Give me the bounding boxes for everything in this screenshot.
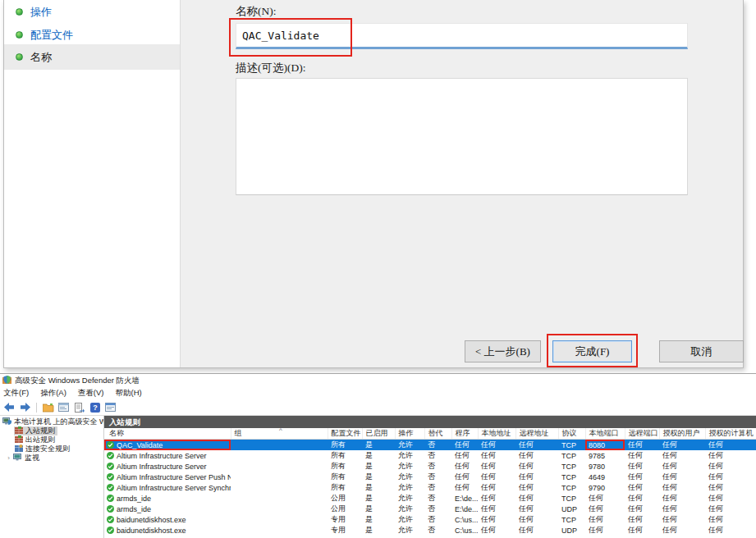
column-header-program[interactable]: 程序 <box>451 428 478 440</box>
cell-protocol: TCP <box>558 461 585 472</box>
connection-security-rules-icon <box>15 445 23 454</box>
cell-override: 否 <box>424 461 451 472</box>
column-header-enabled[interactable]: 已启用 <box>362 428 395 440</box>
wizard-steps-sidebar: 操作 配置文件 名称 <box>4 0 181 367</box>
cell-program: C:\us... <box>451 525 478 536</box>
cell-local_port: 任何 <box>585 525 625 536</box>
cell-program: 任何 <box>451 482 478 493</box>
rule-enabled-check-icon <box>107 484 114 491</box>
cell-authorized_users: 任何 <box>659 482 705 493</box>
wizard-step-profile[interactable]: 配置文件 <box>4 23 180 47</box>
show-console-tree-icon[interactable] <box>41 401 55 413</box>
cell-protocol: TCP <box>558 472 585 482</box>
tree-item-monitoring[interactable]: › 监视 <box>0 454 103 463</box>
rule-description-textarea[interactable] <box>236 78 688 195</box>
column-header-local_address[interactable]: 本地地址 <box>478 428 515 440</box>
tree-item-inbound-rules[interactable]: 入站规则 <box>0 426 103 435</box>
menu-bar: 文件(F) 操作(A) 查看(V) 帮助(H) <box>0 387 756 399</box>
cell-override: 否 <box>424 504 451 514</box>
cancel-button[interactable]: 取消 <box>659 340 744 362</box>
column-header-authorized_users[interactable]: 授权的用户 <box>659 428 705 440</box>
rule-name-input[interactable] <box>236 23 688 49</box>
rule-enabled-check-icon <box>107 527 114 534</box>
inbound-rules-table: 名称组配置文件已启用操作替代程序本地地址远程地址协议本地端口远程端口授权的用户授… <box>104 428 756 536</box>
cell-name: armds_ide <box>104 493 231 504</box>
wizard-step-action[interactable]: 操作 <box>4 0 180 24</box>
menu-file[interactable]: 文件(F) <box>0 388 34 399</box>
forward-icon[interactable] <box>18 401 32 413</box>
window-title: 高级安全 Windows Defender 防火墙 <box>15 376 140 386</box>
column-header-name[interactable]: 名称 <box>104 428 231 440</box>
cell-authorized_users: 任何 <box>659 525 705 536</box>
column-header-local_port[interactable]: 本地端口 <box>585 428 625 440</box>
cell-remote_address: 任何 <box>515 440 558 451</box>
table-row[interactable]: Altium Infrastructure Server Synchroniz.… <box>104 482 756 493</box>
rule-name-label: 名称(N): <box>236 4 277 19</box>
expand-chevron-icon[interactable]: › <box>5 454 12 462</box>
cell-override: 否 <box>424 514 451 525</box>
cell-authorized_users: 任何 <box>659 514 705 525</box>
mmc-main: 本地计算机 上的高级安全 Wind 入站规则 <box>0 416 756 538</box>
properties-window-icon[interactable] <box>103 401 117 413</box>
tree-item-label: 出站规则 <box>25 435 55 445</box>
table-row[interactable]: Altium Infrastructure Server Push Notifi… <box>104 472 756 482</box>
column-header-action[interactable]: 操作 <box>395 428 424 440</box>
cell-action: 允许 <box>395 440 424 451</box>
menu-action[interactable]: 操作(A) <box>34 388 72 399</box>
rule-enabled-check-icon <box>107 473 114 481</box>
computer-shield-icon <box>2 417 11 426</box>
wizard-step-name-current[interactable]: 名称 <box>4 44 180 70</box>
cell-local_port: 任何 <box>585 493 625 504</box>
cell-program: 任何 <box>451 450 478 461</box>
table-row[interactable]: QAC_Validate所有是允许否任何任何任何TCP8080任何任何任何 <box>104 440 756 451</box>
table-row[interactable]: Altium Infrastructure Server所有是允许否任何任何任何… <box>104 450 756 461</box>
cell-program: 任何 <box>451 461 478 472</box>
inbound-rules-icon <box>15 426 23 435</box>
tree-root-local-computer[interactable]: 本地计算机 上的高级安全 Wind <box>0 417 103 426</box>
finish-button[interactable]: 完成(F) <box>552 340 632 362</box>
table-row[interactable]: baidunetdiskhost.exe专用是允许否C:\us...任何任何TC… <box>104 514 756 525</box>
table-row[interactable]: armds_ide公用是允许否E:\de...任何任何UDP任何任何任何任何 <box>104 504 756 514</box>
cell-local_address: 任何 <box>478 493 515 504</box>
cell-local_address: 任何 <box>478 461 515 472</box>
cell-local_port: 任何 <box>585 504 625 514</box>
cell-remote_port: 任何 <box>625 514 659 525</box>
cell-remote_address: 任何 <box>515 461 558 472</box>
cell-name: Altium Infrastructure Server Synchroniz.… <box>104 482 231 493</box>
column-header-protocol[interactable]: 协议 <box>558 428 585 440</box>
help-icon[interactable]: ? <box>88 401 102 413</box>
cell-authorized_users: 任何 <box>659 472 705 482</box>
table-row[interactable]: armds_ide公用是允许否E:\de...任何任何TCP任何任何任何任何 <box>104 493 756 504</box>
column-header-remote_address[interactable]: 远程地址 <box>515 428 558 440</box>
cell-enabled: 是 <box>362 493 395 504</box>
column-header-authorized_computers[interactable]: 授权的计算机 <box>705 428 756 440</box>
panel-title: 入站规则 <box>104 416 756 428</box>
table-row[interactable]: baidunetdiskhost.exe专用是允许否C:\us...任何任何UD… <box>104 525 756 536</box>
export-list-icon[interactable] <box>72 401 86 413</box>
cell-action: 允许 <box>395 493 424 504</box>
console-tree: 本地计算机 上的高级安全 Wind 入站规则 <box>0 416 104 538</box>
console-window-icon[interactable] <box>57 401 71 413</box>
back-icon[interactable] <box>2 401 16 413</box>
column-header-override[interactable]: 替代 <box>424 428 451 440</box>
tree-item-outbound-rules[interactable]: 出站规则 <box>0 435 103 445</box>
page: 操作 配置文件 名称 名称(N): 描述(可选)(D): < 上一步(B) 完成… <box>0 0 756 538</box>
cell-protocol: UDP <box>558 504 585 514</box>
cell-program: C:\us... <box>451 514 478 525</box>
cell-authorized_computers: 任何 <box>705 525 756 536</box>
cell-group <box>231 504 328 514</box>
cell-enabled: 是 <box>362 525 395 536</box>
column-header-remote_port[interactable]: 远程端口 <box>625 428 659 440</box>
cell-local_port: 8080 <box>585 440 625 451</box>
column-header-profile[interactable]: 配置文件 <box>328 428 362 440</box>
tree-item-connection-security-rules[interactable]: 连接安全规则 <box>0 445 103 454</box>
rule-name-text: armds_ide <box>117 505 151 513</box>
menu-view[interactable]: 查看(V) <box>72 388 110 399</box>
toolbar-separator <box>36 403 37 413</box>
rule-enabled-check-icon <box>107 505 114 513</box>
cell-profile: 所有 <box>328 472 362 482</box>
table-row[interactable]: Altium Infrastructure Server所有是允许否任何任何任何… <box>104 461 756 472</box>
menu-help[interactable]: 帮助(H) <box>109 388 147 399</box>
cell-profile: 专用 <box>328 525 362 536</box>
back-button[interactable]: < 上一步(B) <box>465 340 541 362</box>
